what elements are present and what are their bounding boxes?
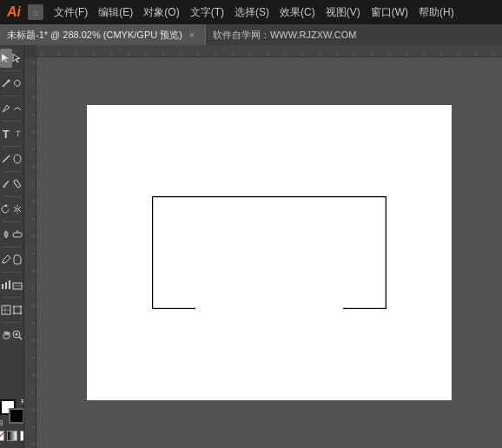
- svg-point-6: [14, 155, 21, 163]
- transform-tools-row: [0, 200, 23, 219]
- svg-line-5: [3, 155, 10, 162]
- none-color-option[interactable]: [0, 431, 4, 441]
- svg-rect-7: [14, 180, 21, 188]
- svg-line-4: [7, 105, 10, 108]
- graph-tool[interactable]: [0, 275, 12, 294]
- menu-edit[interactable]: 编辑(E): [95, 3, 136, 22]
- toolbar-separator-6: [3, 196, 22, 197]
- artboard-tool[interactable]: [12, 300, 24, 320]
- svg-point-3: [7, 80, 10, 82]
- paintbrush-tool[interactable]: [0, 175, 12, 194]
- menu-view[interactable]: 视图(V): [322, 3, 364, 22]
- svg-point-13: [2, 262, 3, 264]
- artboard-tools-row: [0, 300, 23, 320]
- svg-point-25: [13, 313, 15, 314]
- toolbar-separator-1: [3, 70, 22, 71]
- pen-tools-row: [0, 99, 23, 118]
- color-indicator: ⇄ ⊞ ✕: [0, 396, 24, 445]
- select-tool[interactable]: [0, 49, 12, 68]
- svg-rect-14: [2, 284, 3, 289]
- main-layout: T T: [0, 45, 502, 448]
- menu-text[interactable]: 文字(T): [187, 3, 228, 22]
- menu-file[interactable]: 文件(F): [50, 3, 91, 22]
- toolbar-separator-2: [3, 96, 22, 96]
- ruler-corner: [24, 45, 36, 57]
- paint-bucket-tool[interactable]: [12, 250, 24, 269]
- eyedropper-tools-row: [0, 250, 23, 269]
- curvature-tool[interactable]: [12, 99, 24, 118]
- rotate-tool[interactable]: [0, 200, 12, 219]
- fill-color-box[interactable]: [9, 408, 24, 424]
- canvas-area[interactable]: [24, 45, 502, 448]
- menu-object[interactable]: 对象(O): [140, 3, 182, 22]
- reshape-tool[interactable]: [12, 225, 24, 244]
- menu-select[interactable]: 选择(S): [231, 3, 273, 22]
- svg-rect-17: [13, 283, 22, 289]
- active-tab-label: 未标题-1* @ 288.02% (CMYK/GPU 预览): [7, 29, 182, 42]
- magic-wand-tool[interactable]: [0, 74, 12, 93]
- toolbar-separator-11: [3, 322, 22, 323]
- ruler-horizontal: [24, 45, 502, 57]
- toolbar-separator-3: [3, 121, 22, 122]
- menu-effect[interactable]: 效果(C): [276, 3, 319, 22]
- line-tool[interactable]: [0, 149, 12, 168]
- title-bar: Ai ⌂ 文件(F) 编辑(E) 对象(O) 文字(T) 选择(S) 效果(C)…: [0, 0, 502, 24]
- view-tools-row: [0, 326, 23, 345]
- reflect-tool[interactable]: [12, 200, 24, 219]
- graph-tools-row: [0, 275, 23, 294]
- slice-tool[interactable]: [0, 300, 12, 320]
- pencil-tool[interactable]: [12, 175, 24, 194]
- lasso-tool[interactable]: [12, 74, 24, 93]
- left-toolbar: T T: [0, 45, 24, 448]
- svg-point-26: [20, 313, 22, 314]
- direct-select-tool[interactable]: [12, 49, 24, 68]
- home-icon[interactable]: ⌂: [28, 4, 43, 20]
- artboard: [87, 105, 452, 400]
- ellipse-tool[interactable]: [12, 149, 24, 168]
- type-tools-row: T T: [0, 124, 23, 143]
- ai-logo: Ai: [7, 4, 21, 20]
- warp-tools-row: [0, 225, 23, 244]
- u-shape-drawing: [152, 196, 386, 309]
- svg-point-24: [20, 306, 22, 307]
- svg-line-28: [19, 337, 22, 339]
- tab-close-button[interactable]: ×: [186, 29, 198, 41]
- toolbar-separator-8: [3, 247, 22, 247]
- menu-window[interactable]: 窗口(W): [367, 3, 412, 22]
- color-boxes: ⇄ ⊞: [0, 399, 24, 424]
- touch-type-tool[interactable]: T: [12, 124, 24, 143]
- shape-tools-row: [0, 149, 23, 168]
- type-tool[interactable]: T: [0, 124, 12, 143]
- hand-tool[interactable]: [0, 326, 12, 345]
- color-mode-options: ✕: [0, 431, 24, 441]
- eyedropper-tool[interactable]: [0, 250, 12, 269]
- zoom-tool[interactable]: [12, 326, 24, 345]
- svg-point-23: [13, 306, 15, 307]
- active-tab[interactable]: 未标题-1* @ 288.02% (CMYK/GPU 预览) ×: [0, 24, 206, 45]
- menu-bar: 文件(F) 编辑(E) 对象(O) 文字(T) 选择(S) 效果(C) 视图(V…: [50, 3, 458, 22]
- svg-rect-16: [9, 280, 10, 289]
- toolbar-separator-5: [3, 171, 22, 172]
- svg-marker-1: [13, 54, 20, 63]
- pen-tool[interactable]: [0, 99, 12, 118]
- svg-rect-59: [24, 45, 36, 448]
- svg-rect-15: [5, 282, 7, 289]
- width-tool[interactable]: [0, 225, 12, 244]
- tab-bar: 未标题-1* @ 288.02% (CMYK/GPU 预览) × 软件自学网：W…: [0, 24, 502, 45]
- ruler-vertical: [24, 45, 36, 448]
- reset-colors-icon[interactable]: ⊞: [0, 418, 3, 427]
- brush-tools-row: [0, 175, 23, 194]
- svg-rect-11: [13, 233, 22, 237]
- toolbar-separator-7: [3, 221, 22, 222]
- menu-help[interactable]: 帮助(H): [415, 3, 458, 22]
- svg-rect-22: [14, 306, 21, 313]
- toolbar-separator-4: [3, 146, 22, 147]
- magic-lasso-row: [0, 74, 23, 93]
- toolbar-separator-9: [3, 272, 22, 273]
- column-graph-tool[interactable]: [12, 275, 24, 294]
- toolbar-separator-10: [3, 297, 22, 298]
- gradient-option[interactable]: [7, 431, 17, 441]
- svg-marker-0: [2, 54, 9, 63]
- select-tools-row: [0, 49, 23, 68]
- secondary-tab[interactable]: 软件自学网：WWW.RJZXW.COM: [206, 24, 502, 45]
